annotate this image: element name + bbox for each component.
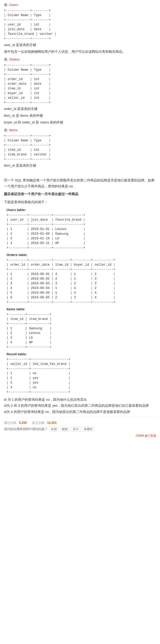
example-label-text: 下面是查询结果格式的例子：	[4, 199, 156, 205]
items-table-label: 表: Items	[4, 128, 156, 133]
example-users-table: +----------+------------+---------------…	[7, 213, 156, 250]
example-orders-label: Orders table:	[7, 253, 156, 257]
explanation-section: id 为 1 的用户的查询结果是 no，因为他什么也没有卖出 id为 2 和 3…	[4, 397, 156, 415]
orders-schema: +-------------+---------+ | Column Name …	[4, 63, 156, 105]
orders-note-1: order_id 是该表的主键	[4, 106, 156, 112]
footer-tags-section: 请问您在哪类招聘中遇到此题？ 社招 校招 实习 未遇到	[4, 427, 156, 432]
users-schema: +-------------+---------+ | Column Name …	[4, 8, 156, 41]
explanation-3: id为 4 的用户的查询结果是 no，因为他卖出的第二件商品的品牌不是他最喜爱的…	[4, 409, 156, 415]
example-users-label: Users table:	[7, 208, 156, 212]
divider	[4, 417, 156, 418]
example-result-label: Result table:	[7, 352, 156, 356]
constraint-text: 题目保证没有一个用户在一天中卖出超过一件商品	[4, 192, 156, 196]
users-table-label: 表: Users	[4, 3, 156, 7]
users-note-1: user_id 是该表的主键	[4, 42, 156, 48]
brand-text: CSDN @三石说	[136, 434, 156, 437]
example-label: 下面是查询结果格式的例子：	[4, 199, 156, 205]
tag-social-recruit[interactable]: 社招	[49, 427, 59, 432]
users-table-section: 表: Users +-------------+---------+ | Col…	[4, 3, 156, 55]
pass-value: 5,206	[19, 421, 27, 425]
tag-internship[interactable]: 实习	[71, 427, 80, 432]
footer-brand: CSDN @三石说	[4, 434, 156, 438]
example-items-label: Items table:	[7, 307, 156, 311]
example-orders-section: Orders table: +----------+------------+-…	[7, 253, 156, 305]
example-result-section: Result table: +-----------+-------------…	[7, 352, 156, 395]
orders-table-label: 表: Orders	[4, 57, 156, 62]
pass-label: 通过次数 5,206	[4, 421, 27, 425]
footer-stats: 通过次数 5,206 提交次数 10,451	[4, 421, 156, 425]
submit-label: 提交次数 10,451	[32, 421, 57, 425]
items-note-1: item_id 是该表的主键	[4, 163, 156, 168]
tag-school-recruit[interactable]: 校招	[60, 427, 69, 432]
example-items-section: Items table: +---------+------------+ | …	[7, 307, 156, 350]
footer-question-prompt: 请问您在哪类招聘中遇到此题？	[4, 427, 48, 431]
example-result-table: +-----------+--------------------+ | sel…	[7, 357, 156, 395]
query-desc-text: 写一个 SQL 查询确定每一个用户按日期顺序卖出的第二件商品的品牌是否是他们最喜…	[4, 177, 156, 189]
tag-not-encountered[interactable]: 未遇到	[82, 427, 94, 432]
explanation-1: id 为 1 的用户的查询结果是 no，因为他什么也没有卖出	[4, 397, 156, 403]
example-items-table: +---------+------------+ | item_id | ite…	[7, 312, 156, 350]
example-users-section: Users table: +----------+------------+--…	[7, 208, 156, 250]
orders-note-2: item_id 是 Items 表的外键	[4, 113, 156, 119]
explanation-2: id为 2 和 3 的用户的查询结果是 yes，因为他们卖出的第二件商品的品牌是…	[4, 403, 156, 409]
users-note-2: 表中包含一位在线购物网站用户的个人信息，用户可以在该网站出售和购买商品。	[4, 49, 156, 55]
orders-note-3: buyer_id 和 seller_id 是 Users 表的外键	[4, 120, 156, 125]
example-orders-table: +----------+------------+---------+-----…	[7, 258, 156, 305]
orders-table-section: 表: Orders +-------------+---------+ | Co…	[4, 57, 156, 125]
items-schema: +-------------+---------+ | Column Name …	[4, 134, 156, 162]
submit-value: 10,451	[47, 421, 57, 425]
query-description: 写一个 SQL 查询确定每一个用户按日期顺序卖出的第二件商品的品牌是否是他们最喜…	[4, 177, 156, 189]
items-table-section: 表: Items +-------------+---------+ | Col…	[4, 128, 156, 168]
